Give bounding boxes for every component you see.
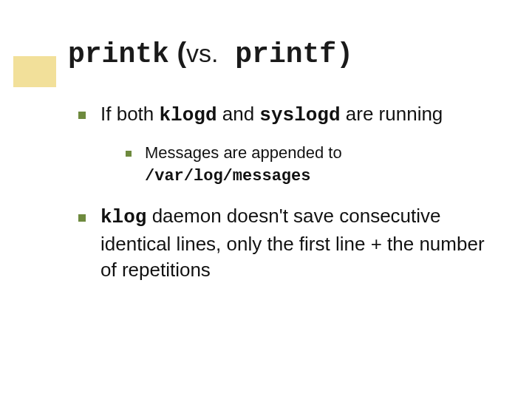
b1-text1: If both (100, 103, 160, 125)
accent-box (13, 56, 56, 87)
b1s-code-path: /var/log/messages (145, 167, 310, 185)
slide-title: printk (vs. printf) (68, 37, 488, 70)
title-paren-close: ) (336, 38, 353, 70)
bullet-item-1-1: Messages are appended to /var/log/messag… (126, 142, 488, 187)
b2-text1: daemon doesn't save consecutive identica… (100, 205, 485, 280)
b1s-text1: Messages are appended to (145, 143, 342, 162)
square-bullet-icon (78, 112, 86, 119)
b1-text2: and (217, 103, 260, 125)
b1-text3: are running (341, 103, 443, 125)
b1-code-syslogd: syslogd (259, 104, 340, 126)
title-vs: vs. (186, 39, 218, 67)
b1-code-klogd: klogd (160, 104, 217, 126)
title-code-printk: printk (68, 38, 169, 70)
bullet-item-1: If both klogd and syslogd are running Me… (78, 101, 488, 187)
title-code-printf: printf (219, 38, 337, 70)
square-bullet-icon (78, 214, 86, 222)
bullet-list-level1: If both klogd and syslogd are running Me… (78, 101, 488, 283)
square-bullet-icon (126, 151, 132, 157)
b2-code-klog: klog (100, 206, 146, 228)
bullet-list-level2: Messages are appended to /var/log/messag… (126, 142, 488, 187)
title-paren-open: ( (169, 37, 186, 68)
bullet-item-2: klog daemon doesn't save consecutive ide… (78, 203, 488, 282)
slide: printk (vs. printf) If both klogd and sy… (0, 0, 532, 399)
